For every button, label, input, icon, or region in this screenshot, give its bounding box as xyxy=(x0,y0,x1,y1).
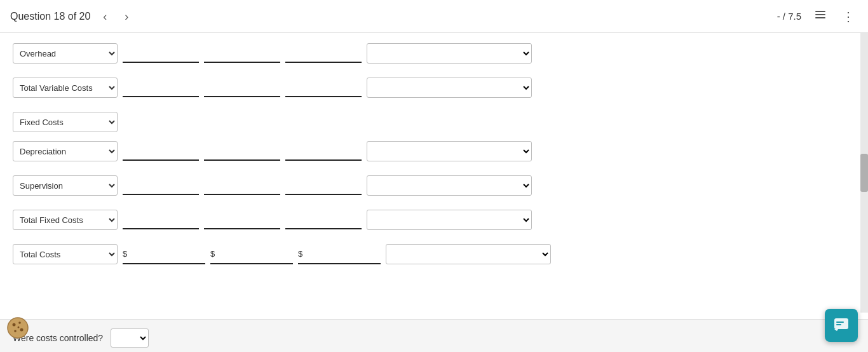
header: Question 18 of 20 ‹ › - / 7.5 ⋮ xyxy=(0,0,868,33)
score-display: - / 7.5 xyxy=(777,11,801,22)
overhead-input-2[interactable] xyxy=(204,44,280,63)
svg-rect-9 xyxy=(834,318,848,329)
supervision-row: Supervision Overhead Total Variable Cost… xyxy=(13,175,855,196)
bottom-area: Were costs controlled? Yes No xyxy=(0,319,868,352)
supervision-input-2[interactable] xyxy=(204,176,280,195)
total-variable-costs-input-3[interactable] xyxy=(285,78,362,97)
depreciation-label-select[interactable]: Depreciation Overhead Total Variable Cos… xyxy=(13,141,118,161)
total-fixed-costs-input-1[interactable] xyxy=(123,210,199,229)
costs-controlled-select[interactable]: Yes No xyxy=(111,328,149,348)
overhead-input-3[interactable] xyxy=(285,44,362,63)
total-costs-variance-select[interactable]: Favorable Unfavorable Neither xyxy=(386,244,551,264)
total-costs-input-1[interactable] xyxy=(128,244,198,263)
supervision-label-select[interactable]: Supervision Overhead Total Variable Cost… xyxy=(13,175,118,196)
total-variable-costs-row: Total Variable Costs Overhead Fixed Cost… xyxy=(13,78,855,98)
total-costs-row: Total Costs Overhead Total Variable Cost… xyxy=(13,244,855,264)
supervision-input-3[interactable] xyxy=(285,176,362,195)
total-fixed-costs-input-3[interactable] xyxy=(285,210,362,229)
chat-icon xyxy=(833,317,850,334)
overhead-label-select[interactable]: Overhead Total Variable Costs Fixed Cost… xyxy=(13,43,118,64)
total-variable-costs-input-2[interactable] xyxy=(204,78,280,97)
kebab-button[interactable]: ⋮ xyxy=(839,6,858,27)
svg-point-8 xyxy=(18,327,20,328)
svg-point-5 xyxy=(18,322,21,324)
dollar-sign-3: $ xyxy=(298,249,304,259)
depreciation-input-1[interactable] xyxy=(123,142,199,161)
scrollbar-thumb[interactable] xyxy=(860,154,868,192)
total-costs-dollar-3-wrap: $ xyxy=(298,244,381,264)
cookie-icon xyxy=(6,316,29,339)
header-left: Question 18 of 20 ‹ › xyxy=(10,8,133,25)
dollar-sign-1: $ xyxy=(123,249,128,259)
total-costs-label-select[interactable]: Total Costs Overhead Total Variable Cost… xyxy=(13,244,118,264)
dollar-sign-2: $ xyxy=(210,249,216,259)
depreciation-variance-select[interactable]: Favorable Unfavorable Neither xyxy=(367,141,532,161)
svg-rect-1 xyxy=(815,14,825,15)
svg-point-4 xyxy=(13,323,16,327)
total-costs-input-3[interactable] xyxy=(304,244,374,263)
svg-point-6 xyxy=(20,328,24,332)
overhead-input-1[interactable] xyxy=(123,44,199,63)
total-variable-costs-input-1[interactable] xyxy=(123,78,199,97)
total-variable-costs-variance-select[interactable]: Favorable Unfavorable Neither xyxy=(367,78,532,98)
total-costs-dollar-2-wrap: $ xyxy=(210,244,293,264)
depreciation-row: Depreciation Overhead Total Variable Cos… xyxy=(13,141,855,161)
total-fixed-costs-variance-select[interactable]: Favorable Unfavorable Neither xyxy=(367,210,532,230)
svg-rect-10 xyxy=(836,322,844,323)
main-content: Overhead Total Variable Costs Fixed Cost… xyxy=(0,33,868,319)
scrollbar-track xyxy=(860,33,868,313)
total-costs-dollar-1-wrap: $ xyxy=(123,244,205,264)
fixed-costs-label-select[interactable]: Fixed Costs Overhead Total Variable Cost… xyxy=(13,112,118,132)
next-button[interactable]: › xyxy=(119,8,133,25)
supervision-variance-select[interactable]: Favorable Unfavorable Neither xyxy=(367,175,532,196)
svg-rect-11 xyxy=(836,324,841,325)
svg-rect-2 xyxy=(815,17,825,18)
depreciation-input-3[interactable] xyxy=(285,142,362,161)
svg-rect-0 xyxy=(815,11,825,12)
total-fixed-costs-row: Total Fixed Costs Overhead Total Variabl… xyxy=(13,210,855,230)
total-variable-costs-label-select[interactable]: Total Variable Costs Overhead Fixed Cost… xyxy=(13,78,118,98)
overhead-row: Overhead Total Variable Costs Fixed Cost… xyxy=(13,43,855,64)
list-icon xyxy=(814,8,827,21)
list-icon-button[interactable] xyxy=(811,6,829,27)
chat-button[interactable] xyxy=(825,309,858,342)
header-right: - / 7.5 ⋮ xyxy=(777,6,858,27)
overhead-variance-select[interactable]: Favorable Unfavorable Neither xyxy=(367,43,532,64)
question-counter: Question 18 of 20 xyxy=(10,11,90,22)
fixed-costs-row: Fixed Costs Overhead Total Variable Cost… xyxy=(13,112,855,132)
depreciation-input-2[interactable] xyxy=(204,142,280,161)
supervision-input-1[interactable] xyxy=(123,176,199,195)
total-fixed-costs-input-2[interactable] xyxy=(204,210,280,229)
svg-point-7 xyxy=(14,330,17,332)
total-costs-input-2[interactable] xyxy=(216,244,286,263)
prev-button[interactable]: ‹ xyxy=(98,8,112,25)
cookie-icon-area[interactable] xyxy=(6,316,32,342)
total-fixed-costs-label-select[interactable]: Total Fixed Costs Overhead Total Variabl… xyxy=(13,210,118,230)
